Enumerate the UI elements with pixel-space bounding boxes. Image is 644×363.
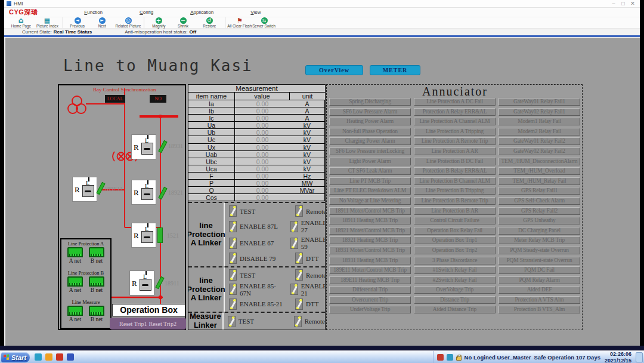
annunciator-item[interactable]: Modem1 Relay Fail <box>499 118 580 125</box>
annunciator-item[interactable]: PQM DC Fail <box>499 266 580 274</box>
annunciator-item[interactable]: Spring Discharging <box>329 98 411 106</box>
annunciator-item[interactable]: Operation Box Relay Fail <box>414 227 496 235</box>
annunciator-item[interactable]: Line Protection A AR <box>414 147 496 155</box>
annunciator-item[interactable]: TEM_/HUM_Relay Fail <box>499 177 580 185</box>
annunciator-item[interactable]: GPS Relay Fail1 <box>499 187 580 195</box>
annunciator-item[interactable]: Protection B VTS_Alm <box>499 306 580 313</box>
annunciator-item[interactable]: Line Protection A Tripping <box>414 128 496 136</box>
linker-toggle-switch[interactable] <box>228 316 236 327</box>
quick-launch-icon[interactable] <box>67 353 74 361</box>
linker-toggle-switch[interactable] <box>229 269 237 281</box>
linker-toggle-switch[interactable] <box>290 221 298 232</box>
annunciator-item[interactable]: PQM Steady-state Overrun <box>499 247 580 254</box>
annunciator-item[interactable]: Operation Box Trip2 <box>414 247 496 254</box>
linker-toggle-switch[interactable] <box>229 299 237 310</box>
breaker-1521[interactable]: L R <box>131 223 156 248</box>
linker-toggle-switch[interactable] <box>229 205 237 217</box>
annunciator-item[interactable]: 3 Phase Discordance <box>414 257 496 264</box>
toolbar-button[interactable]: + Magnify <box>144 17 170 28</box>
linker-toggle-switch[interactable] <box>290 238 298 249</box>
annunciator-item[interactable]: Charging Power Alarm <box>329 137 411 145</box>
annunciator-item[interactable]: GPS Unheathy <box>499 217 580 224</box>
annunciator-item[interactable]: GPS Self-Check Alarm <box>499 197 580 205</box>
minimize-icon[interactable] <box>609 1 618 7</box>
annunciator-item[interactable]: 18931 Moter/Control MCB Trip <box>329 247 411 254</box>
annunciator-item[interactable]: UnderVoltage Trip <box>329 306 411 313</box>
tray-network-icon[interactable] <box>447 354 453 361</box>
breaker-18921[interactable]: L R <box>131 180 156 205</box>
tray-alarm-icon[interactable] <box>437 354 444 361</box>
overview-button[interactable]: OverView <box>305 65 363 75</box>
annunciator-item[interactable]: Non-full Phase Operation <box>329 128 411 136</box>
meter-button[interactable]: METER <box>370 65 420 75</box>
breaker-18931[interactable]: L R <box>131 134 156 159</box>
toolbar-button[interactable]: ▦ Picture Index <box>34 17 60 28</box>
disconnector-open-icon[interactable] <box>158 140 166 152</box>
annunciator-item[interactable]: 18931 Heating MCB Trip <box>329 257 411 264</box>
annunciator-item[interactable]: #2Switch Relay Fail <box>414 276 496 284</box>
annunciator-item[interactable]: Aided DEF <box>499 286 580 294</box>
linker-toggle-switch[interactable] <box>290 284 298 295</box>
quick-launch-icon[interactable] <box>45 353 52 361</box>
annunciator-item[interactable]: DC Charging Panel <box>499 227 580 235</box>
close-icon[interactable] <box>628 1 637 7</box>
annunciator-item[interactable]: No Voltage at Line Metering <box>329 197 411 205</box>
maximize-icon[interactable] <box>618 1 628 7</box>
disconnector-open-icon[interactable] <box>158 187 166 199</box>
toolbar-button[interactable]: ⌂ Home Page <box>8 17 34 28</box>
annunciator-item[interactable]: Overcurrent Trip <box>329 296 411 304</box>
linker-toggle-switch[interactable] <box>295 205 303 217</box>
annunciator-item[interactable]: Light Power Alarm <box>329 158 411 165</box>
quick-launch-icon[interactable] <box>35 353 42 361</box>
annunciator-item[interactable]: Operation Box Trip1 <box>414 236 496 244</box>
annunciator-item[interactable]: GPS Relay Fail2 <box>499 207 580 215</box>
annunciator-item[interactable]: 18911 Heating MCB Trip <box>329 217 411 224</box>
annunciator-item[interactable]: Heating Power Alarm <box>329 118 411 125</box>
linker-toggle-switch[interactable] <box>229 253 237 264</box>
linker-toggle-switch[interactable] <box>294 316 302 327</box>
annunciator-item[interactable]: PQM Relay Alarm <box>499 276 580 284</box>
disconnector-open-icon[interactable] <box>155 276 163 288</box>
annunciator-item[interactable]: Line Protection A Remote Trip <box>414 137 496 145</box>
menu-item[interactable]: Config <box>140 10 153 15</box>
linker-toggle-switch[interactable] <box>229 284 237 295</box>
annunciator-item[interactable]: TEM_/HUM_DisconnectionAlarm <box>499 158 580 165</box>
annunciator-item[interactable]: GateWay02 Relay Fail2 <box>499 147 580 155</box>
toolbar-button[interactable]: ◎ Related Picture <box>115 17 141 28</box>
linker-toggle-switch[interactable] <box>295 299 303 310</box>
annunciator-item[interactable]: SF6 Low Pressure Alarm <box>329 108 411 116</box>
annunciator-item[interactable]: TEM_/HUM_Overload <box>499 167 580 175</box>
annunciator-item[interactable]: 18921 Moter/Control MCB Trip <box>329 227 411 235</box>
toolbar-button[interactable]: ⚑ All Clear Flash <box>225 17 251 28</box>
disconnector-open-icon[interactable] <box>96 182 104 194</box>
annunciator-item[interactable]: Protection A VTS Alm <box>499 296 580 304</box>
annunciator-item[interactable]: #1Switch Relay Fail <box>414 266 496 274</box>
reset-trip1-button[interactable]: Reset Trip1 <box>119 321 147 327</box>
annunciator-item[interactable]: Line Protection A Channel ALM <box>414 118 496 125</box>
annunciator-item[interactable]: Line Protection B DC Fail <box>414 158 496 165</box>
toolbar-button[interactable]: ◄ Previous <box>63 17 89 28</box>
show-desktop-button[interactable] <box>636 352 643 362</box>
annunciator-item[interactable]: 18911 Moter/Control MCB Trip <box>329 207 411 215</box>
annunciator-item[interactable]: Control Circuit Failure <box>414 217 496 224</box>
toolbar-button[interactable]: ► Next <box>89 17 115 28</box>
annunciator-item[interactable]: Line PT MCB Trip <box>329 177 411 185</box>
annunciator-item[interactable]: Aided Distance Trip <box>414 306 496 313</box>
toolbar-button[interactable]: ↺ Restore <box>196 17 222 28</box>
annunciator-item[interactable]: Modem2 Relay Fail <box>499 128 580 136</box>
breaker-189E11[interactable]: L R <box>72 177 97 202</box>
annunciator-item[interactable]: PQM Stransient-state Overrun <box>499 257 580 264</box>
menu-item[interactable]: View <box>250 10 261 15</box>
toolbar-button[interactable]: ⇆ Server Switch <box>251 17 277 28</box>
annunciator-item[interactable]: Line PT ELEC Breakdown ALM <box>329 187 411 195</box>
annunciator-item[interactable]: Line Protection B Remote Trip <box>414 197 496 205</box>
breaker-closed-icon[interactable] <box>157 227 163 243</box>
annunciator-item[interactable]: 189E11 Heating MCB Trip <box>329 276 411 284</box>
annunciator-item[interactable]: GateWay02 Relay Fail1 <box>499 108 580 116</box>
annunciator-item[interactable]: SF6 Low Pressure interLocking <box>329 147 411 155</box>
linker-toggle-switch[interactable] <box>229 221 237 232</box>
annunciator-item[interactable]: Line Protection B AR <box>414 207 496 215</box>
reset-trip2-button[interactable]: Reset Trip2 <box>149 321 177 327</box>
linker-toggle-switch[interactable] <box>295 269 303 281</box>
start-button[interactable]: Start <box>1 352 30 362</box>
